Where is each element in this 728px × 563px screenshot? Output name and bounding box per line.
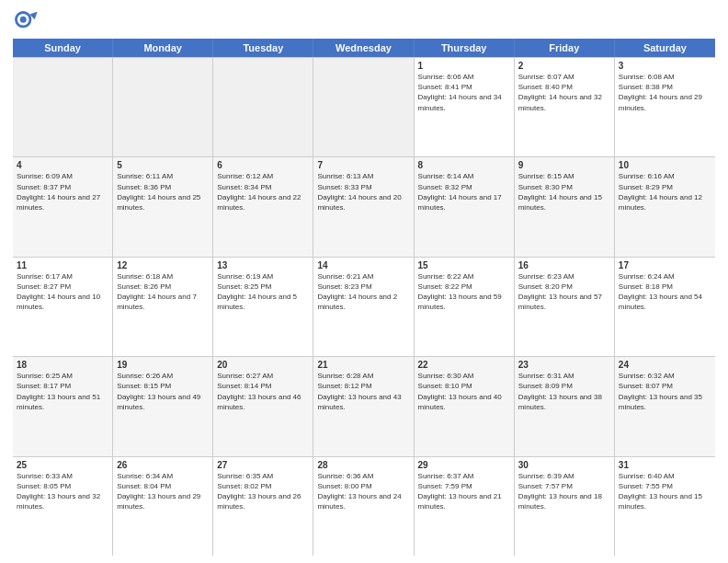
- cell-text: Sunrise: 6:32 AM Sunset: 8:07 PM Dayligh…: [619, 371, 711, 412]
- calendar-cell: 5Sunrise: 6:11 AM Sunset: 8:36 PM Daylig…: [113, 157, 213, 256]
- day-number: 26: [117, 460, 209, 470]
- day-number: 31: [619, 460, 711, 470]
- calendar-cell: 25Sunrise: 6:33 AM Sunset: 8:05 PM Dayli…: [13, 457, 113, 556]
- calendar-cell: 4Sunrise: 6:09 AM Sunset: 8:37 PM Daylig…: [13, 157, 113, 256]
- cell-text: Sunrise: 6:09 AM Sunset: 8:37 PM Dayligh…: [17, 171, 108, 213]
- day-number: 9: [518, 160, 610, 170]
- calendar-row: 4Sunrise: 6:09 AM Sunset: 8:37 PM Daylig…: [13, 157, 715, 257]
- cell-text: Sunrise: 6:30 AM Sunset: 8:10 PM Dayligh…: [418, 371, 510, 412]
- cell-text: Sunrise: 6:19 AM Sunset: 8:25 PM Dayligh…: [217, 271, 309, 313]
- calendar-header-cell: Tuesday: [213, 39, 313, 57]
- day-number: 10: [619, 160, 711, 170]
- calendar-cell: 14Sunrise: 6:21 AM Sunset: 8:23 PM Dayli…: [313, 258, 414, 356]
- day-number: 18: [17, 360, 108, 370]
- calendar-cell: 28Sunrise: 6:36 AM Sunset: 8:00 PM Dayli…: [313, 457, 414, 556]
- calendar-body: 1Sunrise: 6:06 AM Sunset: 8:41 PM Daylig…: [13, 57, 715, 556]
- cell-text: Sunrise: 6:23 AM Sunset: 8:20 PM Dayligh…: [518, 271, 610, 313]
- calendar-cell: 18Sunrise: 6:25 AM Sunset: 8:17 PM Dayli…: [13, 357, 113, 455]
- calendar-cell: 31Sunrise: 6:40 AM Sunset: 7:55 PM Dayli…: [615, 457, 715, 556]
- day-number: 15: [418, 260, 510, 270]
- cell-text: Sunrise: 6:40 AM Sunset: 7:55 PM Dayligh…: [619, 471, 711, 512]
- day-number: 27: [217, 460, 309, 470]
- calendar-row: 25Sunrise: 6:33 AM Sunset: 8:05 PM Dayli…: [13, 457, 715, 556]
- cell-text: Sunrise: 6:13 AM Sunset: 8:33 PM Dayligh…: [317, 171, 409, 213]
- day-number: 8: [418, 160, 510, 170]
- logo-icon: [13, 9, 39, 35]
- calendar-cell: 27Sunrise: 6:35 AM Sunset: 8:02 PM Dayli…: [213, 457, 313, 556]
- cell-text: Sunrise: 6:17 AM Sunset: 8:27 PM Dayligh…: [17, 271, 108, 313]
- day-number: 2: [518, 61, 610, 71]
- cell-text: Sunrise: 6:21 AM Sunset: 8:23 PM Dayligh…: [317, 271, 409, 313]
- day-number: 12: [117, 260, 209, 270]
- cell-text: Sunrise: 6:26 AM Sunset: 8:15 PM Dayligh…: [117, 371, 209, 412]
- calendar-row: 18Sunrise: 6:25 AM Sunset: 8:17 PM Dayli…: [13, 357, 715, 456]
- calendar-cell: 19Sunrise: 6:26 AM Sunset: 8:15 PM Dayli…: [113, 357, 213, 455]
- calendar-cell: [113, 58, 213, 156]
- calendar-cell: 8Sunrise: 6:14 AM Sunset: 8:32 PM Daylig…: [415, 157, 515, 256]
- cell-text: Sunrise: 6:34 AM Sunset: 8:04 PM Dayligh…: [117, 471, 209, 512]
- day-number: 13: [217, 260, 309, 270]
- day-number: 23: [518, 360, 610, 370]
- cell-text: Sunrise: 6:12 AM Sunset: 8:34 PM Dayligh…: [217, 171, 309, 213]
- calendar-cell: 2Sunrise: 6:07 AM Sunset: 8:40 PM Daylig…: [515, 58, 615, 156]
- calendar-cell: 12Sunrise: 6:18 AM Sunset: 8:26 PM Dayli…: [113, 258, 213, 356]
- cell-text: Sunrise: 6:14 AM Sunset: 8:32 PM Dayligh…: [418, 171, 510, 213]
- calendar-cell: [13, 58, 113, 156]
- day-number: 28: [317, 460, 409, 470]
- day-number: 1: [418, 61, 510, 71]
- cell-text: Sunrise: 6:39 AM Sunset: 7:57 PM Dayligh…: [518, 471, 610, 512]
- cell-text: Sunrise: 6:08 AM Sunset: 8:38 PM Dayligh…: [619, 72, 711, 113]
- day-number: 19: [117, 360, 209, 370]
- day-number: 16: [518, 260, 610, 270]
- calendar-cell: 10Sunrise: 6:16 AM Sunset: 8:29 PM Dayli…: [615, 157, 715, 256]
- calendar-cell: 23Sunrise: 6:31 AM Sunset: 8:09 PM Dayli…: [515, 357, 615, 455]
- day-number: 7: [317, 160, 409, 170]
- calendar-header-cell: Saturday: [615, 39, 715, 57]
- calendar-cell: 29Sunrise: 6:37 AM Sunset: 7:59 PM Dayli…: [415, 457, 515, 556]
- day-number: 22: [418, 360, 510, 370]
- day-number: 17: [619, 260, 711, 270]
- logo: [13, 9, 42, 35]
- cell-text: Sunrise: 6:16 AM Sunset: 8:29 PM Dayligh…: [619, 171, 711, 213]
- calendar-cell: 20Sunrise: 6:27 AM Sunset: 8:14 PM Dayli…: [213, 357, 313, 455]
- cell-text: Sunrise: 6:25 AM Sunset: 8:17 PM Dayligh…: [17, 371, 108, 412]
- cell-text: Sunrise: 6:15 AM Sunset: 8:30 PM Dayligh…: [518, 171, 610, 213]
- cell-text: Sunrise: 6:07 AM Sunset: 8:40 PM Dayligh…: [518, 72, 610, 113]
- cell-text: Sunrise: 6:37 AM Sunset: 7:59 PM Dayligh…: [418, 471, 510, 512]
- calendar-cell: [213, 58, 313, 156]
- page: SundayMondayTuesdayWednesdayThursdayFrid…: [0, 0, 728, 563]
- day-number: 3: [619, 61, 711, 71]
- calendar-header-cell: Thursday: [415, 39, 515, 57]
- day-number: 4: [17, 160, 108, 170]
- day-number: 25: [17, 460, 108, 470]
- calendar-cell: 9Sunrise: 6:15 AM Sunset: 8:30 PM Daylig…: [515, 157, 615, 256]
- calendar-cell: 26Sunrise: 6:34 AM Sunset: 8:04 PM Dayli…: [113, 457, 213, 556]
- svg-point-2: [20, 17, 27, 23]
- day-number: 20: [217, 360, 309, 370]
- calendar-cell: 1Sunrise: 6:06 AM Sunset: 8:41 PM Daylig…: [415, 58, 515, 156]
- calendar-cell: 3Sunrise: 6:08 AM Sunset: 8:38 PM Daylig…: [615, 58, 715, 156]
- calendar-cell: 7Sunrise: 6:13 AM Sunset: 8:33 PM Daylig…: [313, 157, 414, 256]
- day-number: 21: [317, 360, 409, 370]
- calendar-cell: 24Sunrise: 6:32 AM Sunset: 8:07 PM Dayli…: [615, 357, 715, 455]
- cell-text: Sunrise: 6:11 AM Sunset: 8:36 PM Dayligh…: [117, 171, 209, 213]
- calendar-cell: [313, 58, 414, 156]
- calendar-cell: 11Sunrise: 6:17 AM Sunset: 8:27 PM Dayli…: [13, 258, 113, 356]
- calendar-cell: 16Sunrise: 6:23 AM Sunset: 8:20 PM Dayli…: [515, 258, 615, 356]
- calendar-cell: 17Sunrise: 6:24 AM Sunset: 8:18 PM Dayli…: [615, 258, 715, 356]
- day-number: 30: [518, 460, 610, 470]
- cell-text: Sunrise: 6:31 AM Sunset: 8:09 PM Dayligh…: [518, 371, 610, 412]
- cell-text: Sunrise: 6:18 AM Sunset: 8:26 PM Dayligh…: [117, 271, 209, 313]
- calendar-header-cell: Sunday: [13, 39, 113, 57]
- cell-text: Sunrise: 6:24 AM Sunset: 8:18 PM Dayligh…: [619, 271, 711, 313]
- calendar-header-cell: Monday: [113, 39, 213, 57]
- day-number: 6: [217, 160, 309, 170]
- header: [13, 9, 715, 35]
- day-number: 14: [317, 260, 409, 270]
- calendar: SundayMondayTuesdayWednesdayThursdayFrid…: [13, 39, 715, 556]
- cell-text: Sunrise: 6:36 AM Sunset: 8:00 PM Dayligh…: [317, 471, 409, 512]
- calendar-cell: 13Sunrise: 6:19 AM Sunset: 8:25 PM Dayli…: [213, 258, 313, 356]
- cell-text: Sunrise: 6:27 AM Sunset: 8:14 PM Dayligh…: [217, 371, 309, 412]
- calendar-cell: 21Sunrise: 6:28 AM Sunset: 8:12 PM Dayli…: [313, 357, 414, 455]
- calendar-header-cell: Wednesday: [313, 39, 414, 57]
